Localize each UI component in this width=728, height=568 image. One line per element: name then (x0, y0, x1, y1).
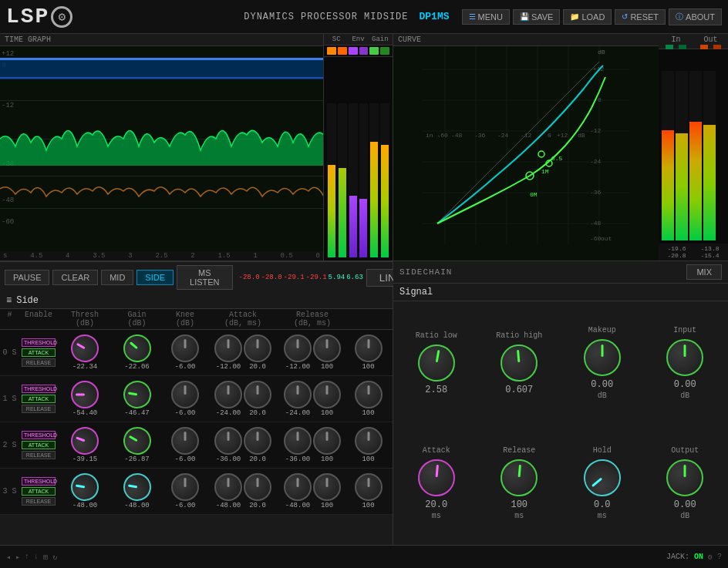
band-3-knee-knob[interactable] (171, 473, 199, 501)
band-3-attack-btn[interactable]: ATTACK (22, 487, 56, 496)
curve-graph[interactable]: dB +12 0 -12 -24 -36 -48 -60 out in -60 … (393, 46, 659, 244)
band-0-knee-knob[interactable] (171, 334, 199, 362)
band-1-release-ms-knob[interactable] (313, 381, 341, 408)
release-knob[interactable] (499, 457, 539, 497)
sidechain-bar: SIDECHAIN MIX (393, 261, 728, 284)
band-1-release-knob[interactable] (284, 381, 312, 408)
band-1-knee-val: -6.00 (174, 409, 195, 417)
band-3-thresh: -48.00 (58, 472, 112, 511)
band-0-gain-knob[interactable] (117, 329, 157, 368)
jack-label: JACK: (666, 553, 689, 561)
side-button[interactable]: SIDE (136, 270, 174, 285)
load-button[interactable]: 📁 LOAD (563, 9, 612, 25)
save-button[interactable]: 💾 SAVE (513, 9, 561, 25)
band-2-attack-ms-val: 20.0 (249, 455, 266, 463)
attack-knob[interactable] (416, 457, 457, 497)
time-graph-canvas[interactable]: +12 0 -12 -36 -48 -60 (0, 46, 323, 251)
band-0-release-btn[interactable]: RELEASE (22, 358, 56, 367)
band-3-release-knob[interactable] (284, 473, 312, 501)
band-2-attack-btn[interactable]: ATTACK (22, 441, 56, 449)
band-1-attack-btn[interactable]: ATTACK (22, 395, 56, 403)
status-icon-1[interactable]: ◂ (6, 553, 11, 562)
svg-text:+12: +12 (557, 132, 568, 139)
band-0-attack-btn[interactable]: ATTACK (22, 348, 56, 357)
band-2-release-ms-knob[interactable] (313, 427, 341, 455)
band-2-thresh: -39.15 (58, 425, 112, 465)
mix-button[interactable]: MIX (686, 264, 722, 280)
ratio-low-knob[interactable] (415, 341, 458, 385)
band-2-attack-ms-knob[interactable] (244, 427, 271, 455)
band-1-extra-knob[interactable] (355, 381, 383, 408)
status-icon-2[interactable]: ▸ (15, 553, 20, 562)
hold-knob[interactable] (576, 452, 629, 504)
col-attack-header: Attack(dB, ms) (208, 311, 278, 328)
band-3-thresh-knob[interactable] (69, 471, 101, 503)
status-icon-6[interactable]: ↻ (52, 553, 57, 562)
band-3-threshold-btn[interactable]: THRESHOLD (22, 477, 56, 486)
band-2-release-val: -36.00 (285, 455, 310, 463)
band-3-gain-knob[interactable] (121, 471, 153, 503)
band-1-release-btn[interactable]: RELEASE (22, 405, 56, 413)
output-knob[interactable] (666, 459, 703, 496)
status-icon-3[interactable]: ↑ (25, 553, 29, 561)
band-3-release-ms-knob[interactable] (313, 473, 341, 501)
in-meter-2-fill (676, 133, 688, 240)
svg-rect-1 (0, 58, 323, 60)
band-0-release-ms-knob[interactable] (313, 334, 341, 362)
menu-button[interactable]: ☰ MENU (462, 9, 510, 25)
status-icon-4[interactable]: ↓ (34, 553, 39, 561)
band-0-extra-knob[interactable] (355, 334, 383, 362)
band-0-attack-knob-cell: -12.00 (214, 333, 242, 372)
band-1-knee-knob[interactable] (171, 381, 199, 408)
band-1-attack-knob[interactable] (214, 381, 242, 408)
band-2-knee-knob[interactable] (171, 427, 199, 455)
ms-listen-button[interactable]: MS LISTEN (177, 265, 233, 290)
band-3-extra-knob[interactable] (355, 473, 383, 501)
mid-button[interactable]: MID (101, 270, 133, 285)
band-0-attack-knob[interactable] (214, 334, 242, 362)
status-icon-8[interactable]: ? (717, 553, 722, 561)
sc-label: SC (325, 35, 347, 43)
band-2-extra-knob[interactable] (355, 427, 383, 455)
band-1-gain-knob[interactable] (121, 378, 153, 411)
status-icon-5[interactable]: ⊞ (43, 553, 48, 562)
band-1-attack-ms-knob[interactable] (244, 381, 271, 408)
reset-button[interactable]: ↺ RESET (615, 9, 666, 25)
status-icon-7[interactable]: ⚙ (708, 553, 713, 562)
band-2-release-knob[interactable] (284, 427, 312, 455)
makeup-knob[interactable] (584, 339, 621, 376)
band-1-threshold-btn[interactable]: THRESHOLD (22, 385, 56, 393)
svg-text:-24: -24 (590, 158, 602, 165)
led-row (324, 45, 393, 57)
meter-bars (324, 57, 393, 260)
input-knob[interactable] (666, 339, 703, 376)
signal-header: Signal (393, 284, 728, 301)
env-meter-1-fill (349, 196, 357, 257)
band-1-thresh-knob[interactable] (71, 381, 99, 408)
svg-text:1M: 1M (541, 168, 549, 175)
about-icon: ⓘ (676, 12, 683, 22)
about-button[interactable]: ⓘ ABOUT (669, 8, 722, 25)
band-2-gain-knob[interactable] (118, 422, 156, 459)
band-3-attack-knob[interactable] (214, 473, 242, 501)
band-1-attack-ms-val: 20.0 (249, 409, 266, 417)
band-0-threshold-btn[interactable]: THRESHOLD (22, 338, 56, 347)
band-2-thresh-knob[interactable] (67, 423, 103, 459)
band-3-knee: -6.00 (162, 472, 208, 511)
band-2-threshold-btn[interactable]: THRESHOLD (22, 431, 56, 439)
band-2-release-btn[interactable]: RELEASE (22, 451, 56, 459)
band-3-release-btn[interactable]: RELEASE (22, 497, 56, 506)
ratio-high-knob[interactable] (499, 342, 539, 382)
waveform-svg (0, 46, 323, 251)
band-3-attack-ms-knob[interactable] (244, 473, 271, 501)
clear-button[interactable]: CLEAR (52, 270, 98, 285)
band-0-thresh-knob[interactable] (66, 329, 103, 367)
band-0-attack-ms-knob[interactable] (244, 334, 271, 362)
band-0-release-knob[interactable] (284, 334, 312, 362)
band-2-attack-knob[interactable] (214, 427, 242, 455)
input-label: Input (673, 326, 696, 334)
ratio-high-val: 0.607 (505, 385, 533, 395)
band-0-attack-val: -12.00 (216, 363, 241, 371)
pause-button[interactable]: PAUSE (5, 270, 49, 285)
signal-release: Release 100 ms (480, 425, 560, 542)
